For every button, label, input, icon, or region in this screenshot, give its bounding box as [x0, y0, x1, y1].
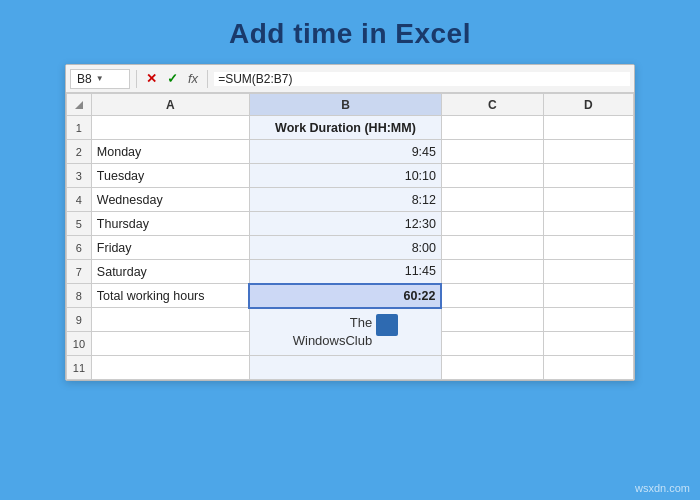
cell-c6[interactable]: [441, 236, 543, 260]
row-num-11: 11: [67, 356, 92, 380]
cell-c4[interactable]: [441, 188, 543, 212]
table-row: 5 Thursday 12:30: [67, 212, 634, 236]
cell-d7[interactable]: [543, 260, 633, 284]
cell-a9[interactable]: [91, 308, 249, 332]
excel-window: B8 ▼ ✕ ✓ fx A B C D: [65, 64, 635, 381]
cell-d6[interactable]: [543, 236, 633, 260]
formula-divider-2: [207, 70, 208, 88]
cell-c5[interactable]: [441, 212, 543, 236]
row-num-header: [67, 94, 92, 116]
cell-c2[interactable]: [441, 140, 543, 164]
cell-c11[interactable]: [441, 356, 543, 380]
table-row: 3 Tuesday 10:10: [67, 164, 634, 188]
cell-c3[interactable]: [441, 164, 543, 188]
column-header-row: A B C D: [67, 94, 634, 116]
cell-reference-text: B8: [77, 72, 92, 86]
cell-a2[interactable]: Monday: [91, 140, 249, 164]
cell-d10[interactable]: [543, 332, 633, 356]
row-num-2: 2: [67, 140, 92, 164]
cell-d1[interactable]: [543, 116, 633, 140]
cell-b1[interactable]: Work Duration (HH:MM): [249, 116, 441, 140]
cell-ref-dropdown-icon[interactable]: ▼: [96, 74, 104, 83]
cell-c9[interactable]: [441, 308, 543, 332]
row-num-7: 7: [67, 260, 92, 284]
table-row: 7 Saturday 11:45: [67, 260, 634, 284]
cell-a7[interactable]: Saturday: [91, 260, 249, 284]
row-num-9: 9: [67, 308, 92, 332]
row-num-6: 6: [67, 236, 92, 260]
page-title: Add time in Excel: [229, 18, 471, 50]
row-num-5: 5: [67, 212, 92, 236]
formula-bar: B8 ▼ ✕ ✓ fx: [66, 65, 634, 93]
cell-b6[interactable]: 8:00: [249, 236, 441, 260]
cell-a1[interactable]: [91, 116, 249, 140]
table-row: 11: [67, 356, 634, 380]
watermark-logo: The WindowsClub: [293, 314, 398, 350]
watermark-line2: WindowsClub: [293, 333, 372, 348]
cell-b5[interactable]: 12:30: [249, 212, 441, 236]
row-num-10: 10: [67, 332, 92, 356]
formula-input[interactable]: [214, 72, 630, 86]
watermark-line1: The: [350, 315, 372, 330]
table-row: 2 Monday 9:45: [67, 140, 634, 164]
cell-d9[interactable]: [543, 308, 633, 332]
cell-b7[interactable]: 11:45: [249, 260, 441, 284]
table-row: 4 Wednesday 8:12: [67, 188, 634, 212]
cell-a5[interactable]: Thursday: [91, 212, 249, 236]
table-row: 6 Friday 8:00: [67, 236, 634, 260]
formula-divider-1: [136, 70, 137, 88]
spreadsheet-grid: A B C D 1 Work Duration (HH:MM) 2: [66, 93, 634, 380]
cell-d3[interactable]: [543, 164, 633, 188]
cell-c7[interactable]: [441, 260, 543, 284]
cell-a8[interactable]: Total working hours: [91, 284, 249, 308]
cell-c1[interactable]: [441, 116, 543, 140]
cell-b11[interactable]: [249, 356, 441, 380]
cancel-button[interactable]: ✕: [143, 71, 160, 86]
cell-b4[interactable]: 8:12: [249, 188, 441, 212]
fx-label: fx: [188, 71, 198, 86]
cell-a4[interactable]: Wednesday: [91, 188, 249, 212]
watermark-cell: The WindowsClub: [249, 308, 441, 356]
cell-c10[interactable]: [441, 332, 543, 356]
cell-b8-selected[interactable]: 60:22: [249, 284, 441, 308]
cell-d4[interactable]: [543, 188, 633, 212]
cell-a6[interactable]: Friday: [91, 236, 249, 260]
row-num-1: 1: [67, 116, 92, 140]
cell-b3[interactable]: 10:10: [249, 164, 441, 188]
cell-a11[interactable]: [91, 356, 249, 380]
table-row: 8 Total working hours 60:22: [67, 284, 634, 308]
cell-a10[interactable]: [91, 332, 249, 356]
cell-d5[interactable]: [543, 212, 633, 236]
col-a-header[interactable]: A: [91, 94, 249, 116]
wsxdn-watermark: wsxdn.com: [635, 482, 690, 494]
confirm-button[interactable]: ✓: [164, 71, 181, 86]
row-num-8: 8: [67, 284, 92, 308]
table-row: 1 Work Duration (HH:MM): [67, 116, 634, 140]
col-c-header[interactable]: C: [441, 94, 543, 116]
cell-d11[interactable]: [543, 356, 633, 380]
cell-d2[interactable]: [543, 140, 633, 164]
cell-a3[interactable]: Tuesday: [91, 164, 249, 188]
cell-c8[interactable]: [441, 284, 543, 308]
cell-b2[interactable]: 9:45: [249, 140, 441, 164]
watermark-content: The WindowsClub: [255, 314, 436, 350]
row-num-4: 4: [67, 188, 92, 212]
windowsclub-icon: [376, 314, 398, 336]
col-b-header[interactable]: B: [249, 94, 441, 116]
table-row: 9 The WindowsClub: [67, 308, 634, 332]
cell-reference-box[interactable]: B8 ▼: [70, 69, 130, 89]
col-d-header[interactable]: D: [543, 94, 633, 116]
row-num-3: 3: [67, 164, 92, 188]
cell-d8[interactable]: [543, 284, 633, 308]
